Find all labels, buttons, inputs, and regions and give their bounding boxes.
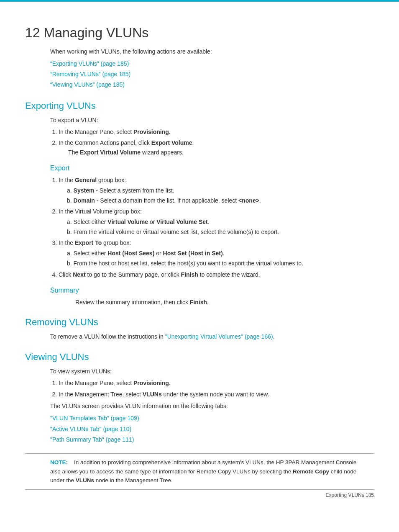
viewing-step-1: In the Manager Pane, select Provisioning… [59,378,374,388]
subsection-title-export: Export [50,164,374,172]
page: 12 Managing VLUNs When working with VLUN… [0,0,399,506]
export-sub-steps: In the General group box: System - Selec… [59,175,374,279]
export-sub-step-2a: Select either Virtual Volume or Virtual … [67,217,374,226]
export-step-2: In the Common Actions panel, click Expor… [59,138,374,157]
export-sub-step-1a: System - Select a system from the list. [67,186,374,195]
export-sub-step-3: In the Export To group box: Select eithe… [59,238,374,268]
subsection-title-summary: Summary [50,287,374,294]
bottom-border [25,489,374,490]
section-title-exporting: Exporting VLUNs [25,100,374,111]
export-steps: In the Manager Pane, select Provisioning… [59,127,374,157]
export-sub-step-4: Click Next to go to the Summary page, or… [59,270,374,279]
removing-link[interactable]: "Unexporting Virtual Volumes" (page 166) [165,333,273,340]
export-sub-step-1b: Domain - Select a domain from the list. … [67,196,374,205]
removing-text: To remove a VLUN follow the instructions… [50,332,374,341]
export-sub-step-2b: From the virtual volume or virtual volum… [67,227,374,236]
note-text: NOTE: In addition to providing comprehen… [50,458,366,485]
export-sub-step-2: In the Virtual Volume group box: Select … [59,207,374,236]
top-border [0,0,399,2]
export-sub-step-3-items: Select either Host (Host Sees) or Host S… [67,249,374,268]
export-sub-step-1: In the General group box: System - Selec… [59,175,374,205]
section-title-removing: Removing VLUNs [25,317,374,328]
export-sub-step-2-items: Select either Virtual Volume or Virtual … [67,217,374,237]
footer: Exporting VLUNs 185 [326,492,374,498]
viewing-link-3[interactable]: "Path Summary Tab" (page 111) [50,434,374,445]
export-step-1: In the Manager Pane, select Provisioning… [59,127,374,136]
summary-text: Review the summary information, then cli… [75,298,374,307]
note-label: NOTE: [50,459,68,465]
viewing-steps: In the Manager Pane, select Provisioning… [59,378,374,399]
viewing-link-2[interactable]: "Active VLUNs Tab" (page 110) [50,424,374,434]
intro-links: “Exporting VLUNs” (page 185) “Removing V… [50,59,374,90]
section-title-viewing: Viewing VLUNs [25,352,374,362]
export-intro: To export a VLUN: [50,116,374,125]
intro-link-2[interactable]: “Removing VLUNs” (page 185) [50,69,374,80]
viewing-step-2: In the Management Tree, select VLUNs und… [59,390,374,399]
viewing-tabs-intro: The VLUNs screen provides VLUN informati… [50,401,374,411]
viewing-link-1[interactable]: "VLUN Templates Tab" (page 109) [50,413,374,424]
export-sub-step-1-items: System - Select a system from the list. … [67,186,374,206]
intro-link-1[interactable]: “Exporting VLUNs” (page 185) [50,59,374,69]
viewing-links: "VLUN Templates Tab" (page 109) "Active … [50,413,374,445]
export-sub-step-3b: From the host or host set list, select t… [67,259,374,268]
viewing-intro: To view system VLUNs: [50,367,374,376]
chapter-title: 12 Managing VLUNs [25,25,374,41]
intro-link-3[interactable]: “Viewing VLUNs” (page 185) [50,80,374,90]
export-sub-step-3a: Select either Host (Host Sees) or Host S… [67,249,374,258]
intro-text: When working with VLUNs, the following a… [50,47,374,56]
note-box: NOTE: In addition to providing comprehen… [25,453,374,490]
